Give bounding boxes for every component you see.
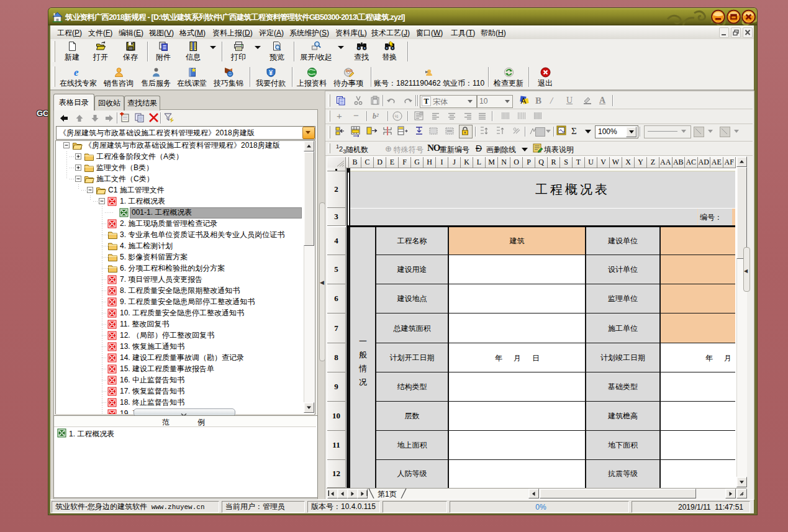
svg-text:½: ½ xyxy=(395,114,399,119)
svg-text:DVD: DVD xyxy=(346,69,353,73)
svg-text:e: e xyxy=(74,67,79,78)
svg-text:¥: ¥ xyxy=(269,69,273,76)
svg-text:第1页: 第1页 xyxy=(378,490,397,498)
